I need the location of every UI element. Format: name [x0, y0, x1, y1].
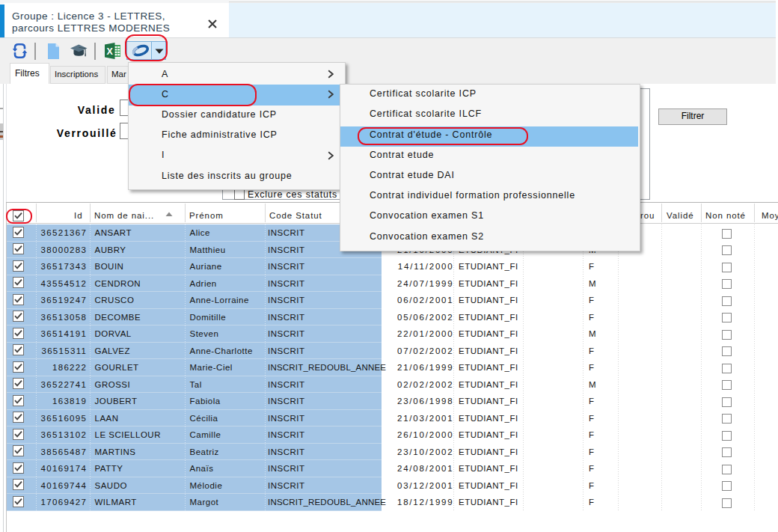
svg-text:X: X	[106, 46, 113, 57]
